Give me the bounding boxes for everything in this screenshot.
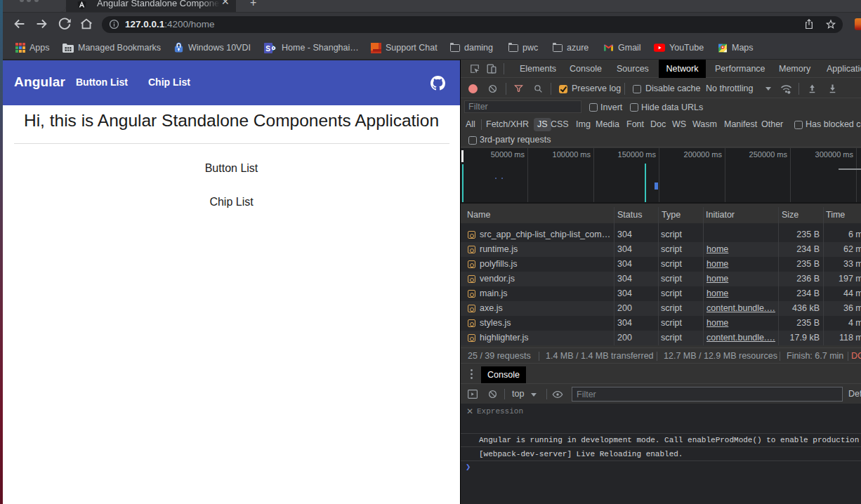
svg-text:S: S [265,44,270,52]
